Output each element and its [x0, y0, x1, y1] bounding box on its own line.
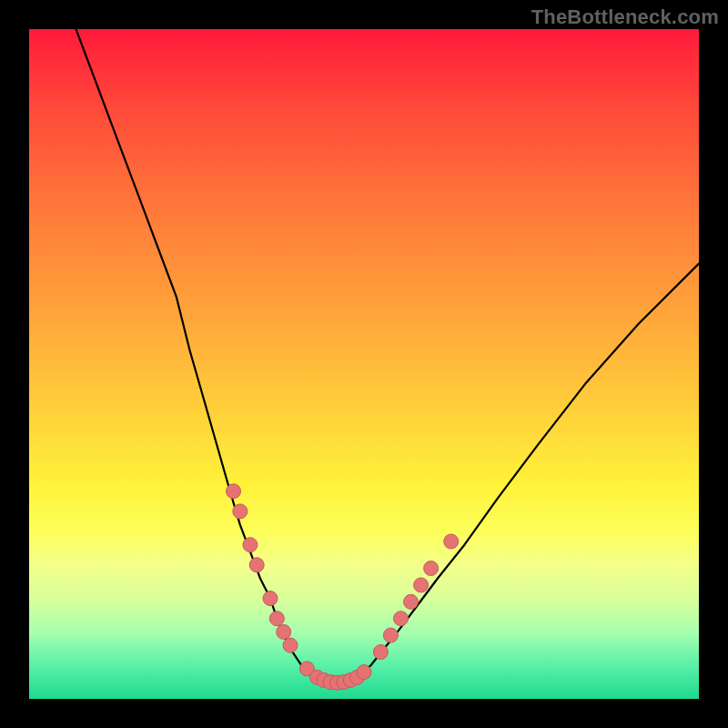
data-marker [424, 561, 439, 576]
data-marker [249, 558, 264, 572]
data-marker [277, 624, 291, 639]
data-marker [414, 578, 429, 592]
data-marker [444, 534, 459, 549]
data-marker [383, 628, 398, 642]
data-marker [243, 538, 258, 552]
curve-group [76, 29, 700, 683]
chart-frame: TheBottleneck.com [0, 0, 728, 728]
data-marker [233, 504, 248, 519]
data-marker [283, 638, 298, 652]
data-marker [404, 594, 419, 609]
data-marker [263, 592, 278, 606]
series-right-curve [358, 264, 699, 678]
data-marker [357, 665, 371, 680]
marker-group [227, 484, 459, 691]
data-marker [394, 612, 409, 626]
chart-svg [29, 29, 699, 699]
data-marker [373, 645, 388, 660]
data-marker [269, 612, 284, 626]
watermark-text: TheBottleneck.com [531, 5, 719, 29]
plot-area [29, 29, 699, 699]
series-left-curve [76, 29, 318, 679]
data-marker [227, 484, 241, 499]
